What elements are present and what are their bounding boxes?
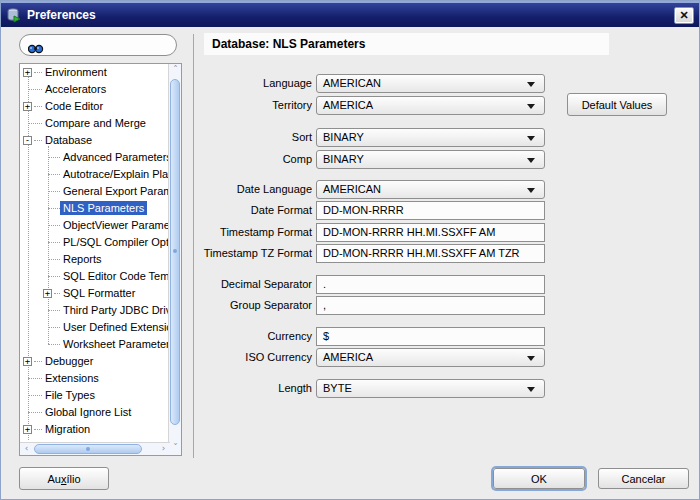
tree-item-label[interactable]: Advanced Parameters [60, 150, 168, 164]
scroll-right-icon[interactable]: › [157, 443, 170, 456]
tree-item[interactable]: Compare and Merge [20, 115, 168, 132]
tree-item-label[interactable]: File Types [42, 388, 98, 402]
tree-connector-line [34, 429, 42, 430]
search-input[interactable] [49, 39, 191, 51]
timestamp-format-value: DD-MON-RRRR HH.MI.SSXFF AM [323, 226, 495, 238]
length-dropdown[interactable]: BYTE [316, 379, 545, 398]
field-label-date-format: Date Format [185, 204, 312, 216]
tree-item-label[interactable]: Autotrace/Explain Plan [60, 167, 168, 181]
date-language-dropdown[interactable]: AMERICAN [316, 180, 545, 199]
tree-item-label[interactable]: User Defined Extensions [60, 320, 168, 334]
timestamp-format-input[interactable]: DD-MON-RRRR HH.MI.SSXFF AM [316, 223, 545, 242]
ok-button[interactable]: OK [493, 468, 585, 489]
tree-item[interactable]: Accelerators [20, 81, 168, 98]
tree-item-label[interactable]: General Export Parameters [60, 184, 168, 198]
cancel-button[interactable]: Cancelar [598, 468, 689, 489]
currency-input[interactable]: $ [316, 327, 545, 346]
default-values-button[interactable]: Default Values [567, 93, 667, 116]
tree-item-label[interactable]: Reports [60, 252, 105, 266]
group-separator-input[interactable]: , [316, 296, 545, 315]
tree-item[interactable]: +Environment [20, 64, 168, 81]
tree-item-label[interactable]: Third Party JDBC Drivers [60, 303, 168, 317]
expand-icon[interactable]: + [23, 102, 32, 111]
tree-item-label[interactable]: Debugger [42, 354, 96, 368]
tree-item[interactable]: Global Ignore List [20, 404, 168, 421]
tree-item-label[interactable]: Migration [42, 422, 93, 436]
tree-item-label[interactable]: Environment [42, 65, 110, 79]
tree-item[interactable]: Autotrace/Explain Plan [20, 166, 168, 183]
tree-item[interactable]: +Code Editor [20, 98, 168, 115]
preferences-dialog: Preferences ✕ +EnvironmentAccelerators+C… [0, 0, 700, 500]
tree-item[interactable]: Extensions [20, 370, 168, 387]
tree-item-label[interactable]: NLS Parameters [60, 201, 147, 215]
tree-item[interactable]: ObjectViewer Parameters [20, 217, 168, 234]
tree-item-label[interactable]: Extensions [42, 371, 102, 385]
combo-arrow-icon[interactable] [527, 136, 535, 141]
combo-arrow-icon[interactable] [527, 158, 535, 163]
scroll-up-icon[interactable]: ˄ [169, 64, 182, 77]
tree-connector-line [34, 106, 42, 107]
search-icon [28, 40, 44, 51]
expand-icon[interactable]: + [23, 68, 32, 77]
tree-item-label[interactable]: Global Ignore List [42, 405, 134, 419]
date-format-value: DD-MON-RRRR [323, 204, 404, 216]
tree-item[interactable]: +SQL Formatter [20, 285, 168, 302]
help-button[interactable]: Auxílio [19, 467, 109, 490]
tree-item-label[interactable]: Code Editor [42, 99, 106, 113]
tree-vertical-scrollbar[interactable]: ˄ ˅ [168, 64, 181, 455]
combo-arrow-icon[interactable] [527, 104, 535, 109]
tree-item[interactable]: NLS Parameters [20, 200, 168, 217]
tree-item[interactable]: -Database [20, 132, 168, 149]
language-value: AMERICAN [323, 77, 381, 89]
scroll-left-icon[interactable]: ‹ [20, 443, 33, 456]
tree-item[interactable]: User Defined Extensions [20, 319, 168, 336]
combo-arrow-icon[interactable] [527, 82, 535, 87]
tree-item-label[interactable]: ObjectViewer Parameters [60, 218, 168, 232]
tree-item[interactable]: +Migration [20, 421, 168, 438]
scroll-down-icon[interactable]: ˅ [169, 442, 182, 455]
field-label-iso-currency: ISO Currency [185, 351, 312, 363]
expand-icon[interactable]: + [43, 289, 52, 298]
expand-icon[interactable]: + [23, 425, 32, 434]
tree-item[interactable]: File Types [20, 387, 168, 404]
collapse-icon[interactable]: - [23, 136, 32, 145]
tree-item[interactable]: General Export Parameters [20, 183, 168, 200]
tree-item-label[interactable]: SQL Editor Code Templates [60, 269, 168, 283]
tree-item-label[interactable]: Compare and Merge [42, 116, 149, 130]
combo-arrow-icon[interactable] [527, 356, 535, 361]
timestamp-tz-format-input[interactable]: DD-MON-RRRR HH.MI.SSXFF AM TZR [316, 244, 545, 263]
expand-icon[interactable]: + [23, 357, 32, 366]
comp-dropdown[interactable]: BINARY [316, 150, 545, 169]
iso-currency-dropdown[interactable]: AMERICA [316, 348, 545, 367]
tree-item[interactable]: Reports [20, 251, 168, 268]
group-separator-value: , [323, 299, 326, 311]
tree-item[interactable]: PL/SQL Compiler Options [20, 234, 168, 251]
sort-dropdown[interactable]: BINARY [316, 128, 545, 147]
tree-item[interactable]: +Debugger [20, 353, 168, 370]
territory-dropdown[interactable]: AMERICA [316, 96, 545, 115]
close-icon[interactable]: ✕ [674, 7, 694, 24]
titlebar[interactable]: Preferences ✕ [1, 1, 699, 27]
tree-item-label[interactable]: Worksheet Parameters [60, 337, 168, 351]
field-label-currency: Currency [185, 330, 312, 342]
decimal-separator-input[interactable]: . [316, 275, 545, 294]
search-box[interactable] [19, 34, 177, 56]
tree-horizontal-scrollbar[interactable]: ‹ › [20, 442, 170, 455]
tree-item[interactable]: SQL Editor Code Templates [20, 268, 168, 285]
date-format-input[interactable]: DD-MON-RRRR [316, 201, 545, 220]
tree-connector-line [28, 123, 42, 124]
tree-item[interactable]: Worksheet Parameters [20, 336, 168, 353]
tree-item-label[interactable]: PL/SQL Compiler Options [60, 235, 168, 249]
combo-arrow-icon[interactable] [527, 387, 535, 392]
tree-connector-line [34, 140, 42, 141]
tree-connector-line [48, 191, 60, 192]
tree-item[interactable]: Advanced Parameters [20, 149, 168, 166]
tree-item[interactable]: Third Party JDBC Drivers [20, 302, 168, 319]
tree-item-label[interactable]: Accelerators [42, 82, 109, 96]
language-dropdown[interactable]: AMERICAN [316, 74, 545, 93]
tree-item-label[interactable]: Database [42, 133, 95, 147]
tree-item-label[interactable]: SQL Formatter [60, 286, 138, 300]
combo-arrow-icon[interactable] [527, 188, 535, 193]
territory-value: AMERICA [323, 99, 373, 111]
field-label-length: Length [185, 382, 312, 394]
